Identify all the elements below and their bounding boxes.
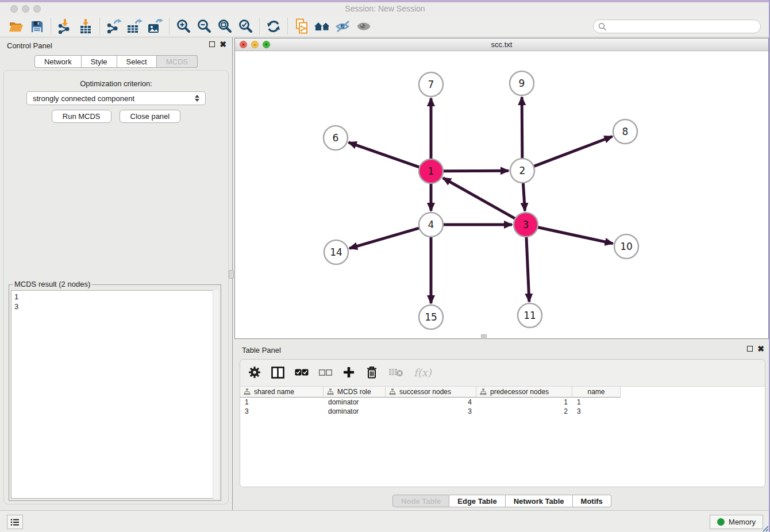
graph-edge-3-11[interactable]: [526, 237, 529, 302]
graph-edge-4-14[interactable]: [349, 228, 419, 248]
column-header-shared-name[interactable]: shared name: [240, 387, 324, 398]
table-cell[interactable]: 2: [476, 407, 572, 416]
tab-mcds[interactable]: MCDS: [157, 55, 198, 68]
graph-edge-2-8[interactable]: [534, 137, 613, 167]
delete-row-icon[interactable]: [365, 365, 378, 379]
optimization-criterion-select[interactable]: strongly connected component: [26, 91, 206, 105]
column-header-successor-nodes[interactable]: successor nodes: [386, 387, 476, 398]
column-header-MCDS-role[interactable]: MCDS role: [324, 387, 386, 398]
graph-edge-3-10[interactable]: [538, 227, 613, 243]
graph-node-label: 6: [333, 132, 339, 144]
open-folder-icon[interactable]: [6, 17, 26, 36]
mcds-result-text[interactable]: 1 3: [11, 290, 219, 499]
search-box[interactable]: [593, 20, 761, 33]
node-table[interactable]: shared nameMCDS rolesuccessor nodesprede…: [240, 386, 765, 487]
zoom-out-icon[interactable]: [194, 17, 214, 36]
float-table-panel-icon[interactable]: [747, 346, 753, 352]
graph-edge-2-3[interactable]: [523, 183, 525, 211]
tab-select[interactable]: Select: [117, 55, 157, 68]
table-cell[interactable]: 1: [572, 398, 621, 407]
table-cell[interactable]: dominator: [324, 407, 386, 416]
table-panel: Table Panel ✖: [235, 342, 769, 510]
control-panel: Control Panel ✖ Network Style Select MCD…: [0, 37, 232, 510]
save-session-icon[interactable]: [26, 17, 47, 36]
graph-edge-3-1[interactable]: [443, 178, 515, 219]
close-table-panel-icon[interactable]: ✖: [757, 346, 764, 352]
network-window-titlebar[interactable]: × − + scc.txt: [235, 38, 768, 51]
task-history-button[interactable]: [7, 515, 23, 529]
unselect-all-columns-icon[interactable]: [319, 365, 332, 379]
column-header-label: successor nodes: [399, 388, 451, 396]
table-cell[interactable]: 4: [386, 398, 476, 407]
result-scrollbar[interactable]: [213, 290, 219, 499]
tab-network-table[interactable]: Network Table: [506, 495, 573, 507]
show-all-networks-icon[interactable]: [312, 17, 333, 36]
graph-node-label: 4: [428, 219, 434, 230]
export-image-icon[interactable]: [145, 17, 165, 36]
graph-node-label: 1: [428, 165, 434, 177]
graph-edges[interactable]: [349, 97, 613, 303]
zoom-selected-icon[interactable]: [235, 17, 256, 36]
toolbar-separator: [169, 18, 170, 34]
table-cell[interactable]: 1: [240, 398, 324, 407]
tab-network[interactable]: Network: [34, 55, 82, 68]
window-title: Session: New Session: [0, 4, 770, 13]
control-panel-title: Control Panel: [7, 41, 52, 50]
table-row[interactable]: 1dominator411: [240, 398, 765, 407]
clone-network-icon[interactable]: [291, 17, 312, 36]
search-input[interactable]: [607, 22, 756, 31]
toolbar-separator: [99, 18, 100, 34]
table-cell[interactable]: 3: [240, 407, 324, 416]
tab-motifs[interactable]: Motifs: [573, 495, 611, 507]
graph-node-label: 11: [523, 310, 536, 321]
tab-node-table[interactable]: Node Table: [392, 495, 449, 507]
close-panel-icon[interactable]: ✖: [220, 41, 226, 47]
export-table-icon[interactable]: [124, 17, 145, 36]
zoom-in-icon[interactable]: [173, 17, 194, 36]
add-row-icon[interactable]: [342, 365, 355, 379]
resize-grip-icon[interactable]: [762, 525, 769, 532]
main-toolbar: [0, 16, 770, 37]
graph-node-label: 7: [428, 79, 434, 90]
table-cell[interactable]: 1: [476, 398, 572, 407]
tab-style[interactable]: Style: [82, 55, 117, 68]
table-settings-gear-icon[interactable]: [248, 365, 261, 379]
graph-edge-2-9[interactable]: [522, 97, 522, 159]
table-cell[interactable]: 3: [386, 407, 476, 416]
run-mcds-button[interactable]: Run MCDS: [52, 110, 111, 123]
network-hscroll-thumb[interactable]: [481, 334, 487, 338]
memory-button[interactable]: Memory: [710, 515, 763, 529]
close-panel-button[interactable]: Close panel: [120, 110, 181, 123]
table-row[interactable]: 3dominator323: [240, 407, 765, 416]
column-header-name[interactable]: name: [572, 387, 621, 398]
zoom-fit-icon[interactable]: [214, 17, 235, 36]
table-cell[interactable]: dominator: [324, 398, 386, 407]
table-panel-body: f(x) shared nameMCDS rolesuccessor nodes…: [240, 359, 765, 487]
optimization-criterion-value: strongly connected component: [33, 94, 134, 103]
column-header-label: shared name: [254, 388, 294, 396]
refresh-icon[interactable]: [263, 17, 284, 36]
control-panel-header: Control Panel ✖: [0, 37, 232, 53]
import-network-icon[interactable]: [55, 17, 75, 36]
graph-node-label: 15: [425, 311, 437, 323]
show-columns-icon[interactable]: [271, 365, 284, 379]
function-builder-icon: f(x): [414, 365, 432, 379]
column-type-icon: [244, 388, 251, 395]
graph-edge-1-6[interactable]: [349, 142, 420, 167]
eye-icon[interactable]: [353, 17, 374, 36]
splitter-handle[interactable]: [229, 270, 234, 279]
column-type-icon: [327, 388, 334, 395]
tab-edge-table[interactable]: Edge Table: [449, 495, 505, 507]
column-header-predecessor-nodes[interactable]: predecessor nodes: [476, 387, 572, 398]
hide-edges-icon[interactable]: [333, 17, 353, 36]
float-panel-icon[interactable]: [209, 41, 215, 47]
toolbar-separator: [51, 18, 51, 34]
import-table-icon[interactable]: [75, 17, 96, 36]
export-network-icon[interactable]: [103, 17, 124, 36]
list-icon: [10, 518, 20, 526]
select-all-columns-icon[interactable]: [295, 365, 309, 379]
network-canvas[interactable]: 7968124314101511: [235, 51, 768, 338]
column-type-icon: [389, 388, 396, 395]
table-cell[interactable]: 3: [572, 407, 621, 416]
graph-edge-1-2[interactable]: [443, 171, 509, 171]
